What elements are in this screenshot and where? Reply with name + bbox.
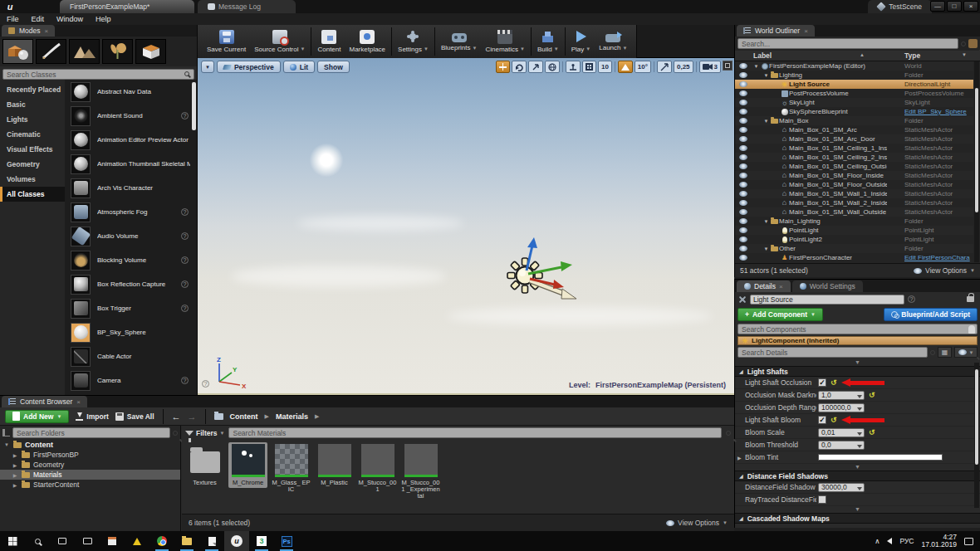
help-icon[interactable]: ? xyxy=(181,112,189,119)
table-row[interactable]: ⌂Main_Box_01_SM_Ceiling_1_InsideStaticMe… xyxy=(735,144,973,153)
table-row[interactable]: ⌂Main_Box_01_SM_Wall_2_InsideStaticMeshA… xyxy=(735,198,973,207)
visibility-eye-icon[interactable] xyxy=(739,255,747,261)
expander-icon[interactable]: ▼ xyxy=(752,64,760,69)
visibility-eye-icon[interactable] xyxy=(739,109,747,115)
expander-icon[interactable]: ▼ xyxy=(762,119,770,124)
help-icon[interactable]: ? xyxy=(181,377,189,384)
scrollbar[interactable] xyxy=(974,61,979,262)
visibility-eye-icon[interactable] xyxy=(739,136,747,142)
play-button[interactable]: Play▼ xyxy=(567,29,595,55)
settings-button[interactable]: Settings▼ xyxy=(394,29,433,55)
expander-icon[interactable]: ▶ xyxy=(737,455,742,461)
scale-snap-value[interactable]: 0,25 xyxy=(674,61,693,73)
tree-item-content[interactable]: ▼Content xyxy=(0,440,180,450)
forward-arrow-icon[interactable]: → xyxy=(188,412,197,421)
blueprints-button[interactable]: Blueprints▼ xyxy=(437,30,482,53)
unreal-logo-icon[interactable]: u xyxy=(4,1,16,12)
expander-icon[interactable]: ▶ xyxy=(12,482,18,488)
table-row[interactable]: ⌂Main_Box_01_SM_Ceiling_OutsideStaticMes… xyxy=(735,162,973,171)
tab-details[interactable]: Details× xyxy=(737,280,791,292)
maximize-button[interactable]: □ xyxy=(947,1,962,12)
asset-m-chrome-selected[interactable]: M_Chrome xyxy=(228,442,267,488)
show-flags-button[interactable]: Show xyxy=(317,61,350,73)
expander-caret[interactable]: ▼ xyxy=(735,506,980,513)
breadcrumb-materials[interactable]: Materials xyxy=(276,412,308,421)
breadcrumb-content[interactable]: Content xyxy=(230,412,258,421)
list-item[interactable]: Blocking Volume? xyxy=(65,248,197,272)
property-matrix-button[interactable]: ▦ xyxy=(938,347,952,358)
rotate-tool-button[interactable] xyxy=(512,61,527,73)
table-row[interactable]: ⌂Main_Box_01_SM_Floor_InsideStaticMeshAc… xyxy=(735,171,973,180)
tab-world-settings[interactable]: World Settings xyxy=(792,280,863,292)
hidden-icons-chevron[interactable]: ∧ xyxy=(875,537,880,545)
visibility-eye-icon[interactable] xyxy=(739,200,747,206)
list-item[interactable]: Cable Actor xyxy=(65,344,197,368)
paint-mode-button[interactable] xyxy=(36,39,66,64)
help-icon[interactable]: ? xyxy=(908,295,915,303)
scrollbar[interactable] xyxy=(192,82,196,130)
camera-speed-button[interactable]: 3 xyxy=(699,61,721,73)
column-label[interactable]: Label xyxy=(753,51,772,60)
maximize-viewport-button[interactable] xyxy=(723,61,733,71)
filters-button[interactable]: Filters▼ xyxy=(185,429,224,437)
section-cascaded-shadow-maps[interactable]: ◢Cascaded Shadow Maps xyxy=(735,513,980,524)
notification-center-icon[interactable] xyxy=(964,538,973,545)
visibility-eye-icon[interactable] xyxy=(739,236,747,242)
category-all-classes[interactable]: All Classes xyxy=(0,187,65,202)
search-components-input[interactable] xyxy=(737,324,978,334)
build-button[interactable]: Build▼ xyxy=(533,29,563,55)
notes-button[interactable] xyxy=(199,531,224,551)
table-row[interactable]: ⌂Main_Box_01_SM_Wall_OutsideStaticMeshAc… xyxy=(735,207,973,217)
table-row[interactable]: ▼Main_BoxFolder xyxy=(735,116,973,125)
scale-tool-button[interactable] xyxy=(528,61,543,73)
table-row[interactable]: ⌂Main_Box_01_SM_Wall_1_InsideStaticMeshA… xyxy=(735,189,973,198)
visibility-eye-icon[interactable] xyxy=(739,63,747,69)
visibility-eye-icon[interactable] xyxy=(739,209,747,215)
tab-message-log[interactable]: Message Log xyxy=(198,0,296,13)
outliner-column-header[interactable]: Label ▲ Type ▼ xyxy=(735,51,980,61)
occlusion-depth-range-field[interactable]: 100000,0 xyxy=(818,403,865,412)
reset-to-default-icon[interactable]: ↺ xyxy=(831,378,837,387)
list-item[interactable]: Box Trigger? xyxy=(65,296,197,320)
visibility-eye-icon[interactable] xyxy=(739,90,747,96)
chevron-down-icon[interactable]: ▼ xyxy=(962,52,967,57)
menu-file[interactable]: File xyxy=(7,15,19,23)
list-item[interactable]: Arch Vis Character xyxy=(65,176,197,200)
3dsmax-button[interactable]: 3 xyxy=(249,531,274,551)
reset-to-default-icon[interactable]: ↺ xyxy=(869,391,875,399)
display-filter-button[interactable]: ▼ xyxy=(954,347,978,358)
list-item[interactable]: Atmospheric Fog? xyxy=(65,200,197,224)
asset-m-plastic[interactable]: M_Plastic xyxy=(315,442,354,488)
angle-snap-button[interactable] xyxy=(618,61,633,73)
help-icon[interactable]: ? xyxy=(181,305,189,312)
list-item[interactable]: BP_Sky_Sphere xyxy=(65,320,197,344)
scene-title-tab[interactable]: TestScene xyxy=(868,0,932,13)
expander-icon[interactable]: ▶ xyxy=(12,452,18,458)
light-component-row[interactable]: ☀LightComponent (Inherited) xyxy=(737,336,978,345)
search-assets-input[interactable] xyxy=(228,427,722,438)
asset-m-stucco-001[interactable]: M_Stucco_001 xyxy=(358,442,397,495)
visibility-eye-icon[interactable] xyxy=(739,173,747,178)
list-item[interactable]: Animation Thumbnail Skeletal Mes xyxy=(65,152,197,176)
close-button[interactable]: × xyxy=(963,1,978,12)
list-item[interactable]: Box Reflection Capture? xyxy=(65,272,197,296)
add-actor-icon[interactable] xyxy=(968,39,978,48)
chrome-button[interactable] xyxy=(149,531,174,551)
asset-folder-textures[interactable]: Textures xyxy=(185,442,224,488)
tree-item-startercontent[interactable]: ▶StarterContent xyxy=(0,480,180,490)
lock-icon[interactable] xyxy=(967,296,974,302)
category-lights[interactable]: Lights xyxy=(0,112,65,127)
list-item[interactable]: Ambient Sound? xyxy=(65,104,197,128)
marketplace-button[interactable]: Marketplace xyxy=(345,29,390,55)
visibility-eye-icon[interactable] xyxy=(739,218,747,224)
tree-item-firstpersonbp[interactable]: ▶FirstPersonBP xyxy=(0,450,180,460)
section-light-shafts[interactable]: ◢Light Shafts xyxy=(735,366,980,377)
visibility-eye-icon[interactable] xyxy=(739,72,747,78)
volume-icon[interactable] xyxy=(887,538,892,544)
launch-button[interactable]: Launch▼ xyxy=(595,30,631,53)
minimize-button[interactable]: — xyxy=(930,1,945,12)
close-icon[interactable]: × xyxy=(779,283,783,290)
actor-name-field[interactable] xyxy=(750,295,904,305)
table-row[interactable]: PointLight2PointLight xyxy=(735,235,973,244)
view-options-button[interactable]: View Options▼ xyxy=(914,266,975,275)
